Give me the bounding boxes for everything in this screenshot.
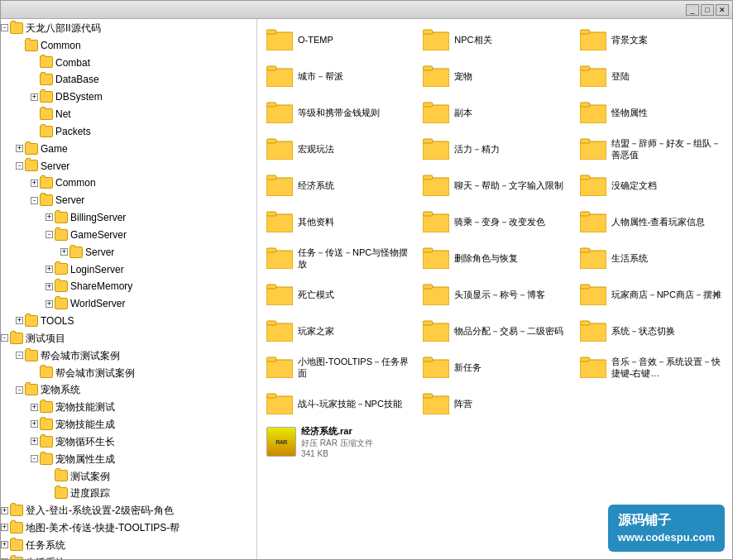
close-button[interactable]: ✕ (716, 4, 729, 16)
folder-item[interactable]: 阵营 (417, 386, 572, 421)
tree-node-tools[interactable]: + TOOLS (1, 312, 256, 329)
folder-item[interactable]: 宏观玩法 (261, 132, 415, 166)
tree-node-petloopgrow[interactable]: + 宠物循环生长 (1, 433, 256, 450)
tree-node-root[interactable]: - 天龙八部II源代码 (1, 19, 256, 36)
tree-node-test[interactable]: - 测试项目 (1, 329, 256, 347)
tree-node-server1[interactable]: - Server (1, 157, 256, 175)
expand-icon[interactable]: + (31, 438, 38, 445)
svg-rect-58 (580, 360, 606, 378)
expand-icon[interactable]: - (16, 352, 23, 359)
expand-icon[interactable]: - (31, 197, 38, 204)
folder-item[interactable]: 删除角色与恢复 (417, 241, 572, 275)
tree-node-map[interactable]: + 地图-美术-传送-快捷-TOOLTIPS-帮 (1, 519, 256, 536)
folder-item[interactable]: 背景文案 (574, 22, 729, 57)
expand-icon[interactable]: + (1, 507, 8, 515)
tree-node-database[interactable]: DataBase (1, 70, 256, 88)
folder-item[interactable]: 小地图-TOOLTIPS－任务界面 (261, 350, 415, 385)
folder-item[interactable]: 物品分配－交易－二级密码 (417, 314, 572, 348)
folder-item[interactable]: 死亡模式 (261, 277, 415, 312)
folder-item[interactable]: 人物属性-查看玩家信息 (574, 204, 729, 239)
tree-node-common1[interactable]: Common (1, 36, 256, 54)
folder-item[interactable]: 经济系统 (261, 168, 415, 203)
tree-node-bangtest[interactable]: - 帮会城市测试案例 (1, 347, 256, 364)
tree-node-petskillgen[interactable]: + 宠物技能生成 (1, 415, 256, 433)
folder-icon (580, 284, 606, 305)
tree-node-server2[interactable]: - Server (1, 191, 256, 208)
tree-node-billingserver[interactable]: + BillingServer (1, 208, 256, 226)
expand-icon[interactable]: + (31, 179, 38, 187)
folder-label: 骑乘－变身－改变发色 (454, 216, 545, 227)
folder-item[interactable]: 新任务 (417, 350, 572, 385)
folder-item[interactable]: 聊天－帮助－文字输入限制 (417, 168, 572, 203)
left-panel[interactable]: - 天龙八部II源代码 Common Combat DataBase+ DBSy… (1, 19, 257, 559)
expand-icon[interactable]: + (46, 300, 53, 308)
expand-icon[interactable]: - (1, 334, 8, 342)
expand-icon[interactable]: - (46, 231, 53, 238)
folder-item[interactable]: 副本 (417, 95, 572, 130)
expand-icon[interactable]: + (16, 145, 23, 152)
expand-icon[interactable]: + (46, 283, 53, 290)
tree-node-login2[interactable]: + 登入-登出-系统设置-2级密码-角色 (1, 501, 256, 519)
folder-item[interactable]: 生活系统 (574, 241, 729, 275)
expand-icon[interactable]: + (31, 404, 38, 411)
tree-node-net[interactable]: Net (1, 105, 256, 122)
tree-node-sharememory[interactable]: + ShareMemory (1, 277, 256, 294)
folder-item[interactable]: 宠物 (417, 59, 572, 93)
expand-icon[interactable]: - (31, 455, 38, 462)
tree-node-dbsystem[interactable]: + DBSystem (1, 88, 256, 105)
tree-node-petstategen[interactable]: - 宠物属性生成 (1, 450, 256, 467)
expand-icon[interactable]: + (31, 93, 38, 101)
folder-item[interactable]: 登陆 (574, 59, 729, 93)
maximize-button[interactable]: □ (701, 4, 714, 16)
folder-item[interactable]: 任务－传送－NPC与怪物摆放 (261, 241, 415, 275)
tree-node-gameserver[interactable]: - GameServer (1, 226, 256, 243)
folder-item[interactable]: 玩家商店－NPC商店－摆摊 (574, 277, 729, 312)
folder-item[interactable]: 头顶显示－称号－博客 (417, 277, 572, 312)
tree-node-loginserver[interactable]: + LoginServer (1, 261, 256, 278)
tree-node-packets[interactable]: Packets (1, 122, 256, 140)
expand-icon[interactable]: + (60, 248, 68, 256)
expand-icon[interactable]: + (1, 558, 8, 559)
tree-node-combat[interactable]: Combat (1, 54, 256, 71)
folder-item[interactable]: 活力－精力 (417, 132, 572, 166)
folder-item[interactable]: NPC相关 (417, 22, 572, 57)
tree-node-common2[interactable]: + Common (1, 174, 256, 191)
svg-rect-32 (423, 214, 449, 232)
expand-icon[interactable]: + (46, 266, 53, 273)
folder-item[interactable]: 城市－帮派 (261, 59, 415, 93)
tree-node-game[interactable]: + Game (1, 140, 256, 157)
tree-node-lifesys[interactable]: + 生活系统 (1, 553, 256, 559)
tree-label: 宠物循环生长 (55, 436, 115, 448)
right-panel[interactable]: O-TEMP NPC相关 背景文案 城市－帮派 (257, 19, 732, 559)
expand-icon[interactable]: + (46, 213, 53, 221)
folder-item[interactable]: 等级和携带金钱规则 (261, 95, 415, 130)
expand-icon[interactable]: + (1, 524, 8, 531)
folder-item[interactable]: 玩家之家 (261, 314, 415, 348)
tree-node-petskilltest[interactable]: + 宠物技能测试 (1, 398, 256, 415)
folder-item[interactable]: 战斗-玩家技能－NPC技能 (261, 386, 415, 421)
expand-icon[interactable]: + (1, 541, 8, 548)
folder-item[interactable]: 其他资料 (261, 204, 415, 239)
folder-item[interactable]: 结盟－辞师－好友－组队－善恶值 (574, 132, 729, 166)
folder-item[interactable]: 音乐－音效－系统设置－快捷键-右键… (574, 350, 729, 385)
rar-file-item[interactable]: RAR 经济系统.rar 好压 RAR 压缩文件 341 KB (261, 421, 729, 462)
folder-item[interactable]: 没确定文档 (574, 168, 729, 203)
tree-node-progress[interactable]: 进度跟踪 (1, 484, 256, 501)
tree-node-bangtest2[interactable]: 帮会城市测试案例 (1, 364, 256, 381)
tree-node-petsys[interactable]: - 宠物系统 (1, 381, 256, 398)
minimize-button[interactable]: _ (686, 4, 699, 16)
expand-icon[interactable]: - (1, 24, 8, 31)
expand-icon[interactable]: - (16, 386, 23, 394)
tree-node-worldserver[interactable]: + WorldServer (1, 294, 256, 312)
expand-icon[interactable]: + (31, 420, 38, 428)
tree-node-tasksys[interactable]: + 任务系统 (1, 536, 256, 553)
folder-item[interactable]: O-TEMP (261, 22, 415, 57)
folder-item[interactable]: 系统－状态切换 (574, 314, 729, 348)
tree-node-server3[interactable]: + Server (1, 243, 256, 261)
expand-icon[interactable]: - (16, 162, 23, 170)
folder-item[interactable]: 骑乘－变身－改变发色 (417, 204, 572, 239)
tree-node-testcase[interactable]: 测试案例 (1, 467, 256, 485)
folder-item[interactable]: 怪物属性 (574, 95, 729, 130)
expand-icon[interactable]: + (16, 317, 23, 324)
svg-rect-29 (580, 175, 590, 179)
